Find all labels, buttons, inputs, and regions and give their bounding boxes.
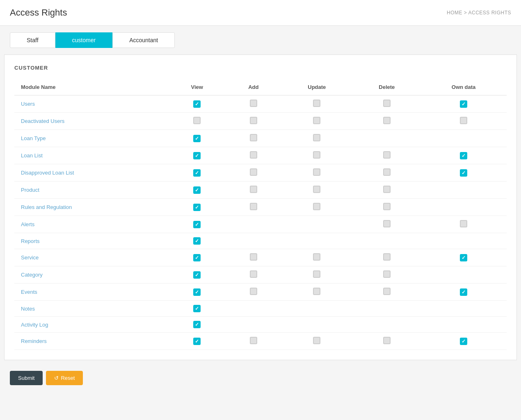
cell-own[interactable]	[420, 216, 507, 233]
cell-delete[interactable]	[353, 130, 420, 147]
cell-update[interactable]	[281, 113, 353, 130]
cell-delete[interactable]	[353, 216, 420, 233]
cell-own[interactable]	[420, 317, 507, 333]
cell-update[interactable]	[281, 164, 353, 182]
cell-delete[interactable]	[353, 284, 420, 301]
checkbox-own[interactable]	[460, 254, 467, 261]
cell-add[interactable]	[226, 199, 281, 216]
cell-update[interactable]	[281, 147, 353, 164]
cell-view[interactable]	[168, 317, 226, 333]
cell-add[interactable]	[226, 333, 281, 350]
cell-update[interactable]	[281, 249, 353, 266]
cell-add[interactable]	[226, 113, 281, 130]
tab-customer[interactable]: customer	[55, 32, 113, 48]
cell-update[interactable]	[281, 199, 353, 216]
checkbox-view[interactable]	[193, 321, 201, 328]
cell-own[interactable]	[420, 164, 507, 182]
checkbox-own[interactable]	[460, 338, 467, 345]
cell-view[interactable]	[168, 233, 226, 249]
cell-view[interactable]	[168, 333, 226, 350]
checkbox-delete[interactable]	[383, 186, 391, 193]
cell-delete[interactable]	[353, 333, 420, 350]
cell-delete[interactable]	[353, 164, 420, 182]
cell-view[interactable]	[168, 147, 226, 164]
checkbox-view[interactable]	[193, 254, 201, 261]
cell-delete[interactable]	[353, 249, 420, 266]
checkbox-add[interactable]	[250, 117, 257, 124]
checkbox-view[interactable]	[193, 221, 201, 228]
cell-update[interactable]	[281, 333, 353, 350]
cell-update[interactable]	[281, 266, 353, 284]
cell-view[interactable]	[168, 95, 226, 113]
cell-delete[interactable]	[353, 233, 420, 249]
cell-own[interactable]	[420, 147, 507, 164]
checkbox-add[interactable]	[250, 100, 257, 107]
cell-update[interactable]	[281, 301, 353, 317]
cell-delete[interactable]	[353, 147, 420, 164]
checkbox-update[interactable]	[313, 337, 320, 344]
cell-view[interactable]	[168, 130, 226, 147]
cell-update[interactable]	[281, 130, 353, 147]
cell-update[interactable]	[281, 95, 353, 113]
checkbox-delete[interactable]	[383, 270, 391, 278]
cell-delete[interactable]	[353, 95, 420, 113]
cell-update[interactable]	[281, 216, 353, 233]
cell-view[interactable]	[168, 182, 226, 199]
cell-add[interactable]	[226, 233, 281, 249]
tab-staff[interactable]: Staff	[10, 32, 55, 48]
checkbox-view[interactable]	[193, 338, 201, 345]
checkbox-update[interactable]	[313, 168, 320, 176]
cell-view[interactable]	[168, 301, 226, 317]
checkbox-view[interactable]	[193, 152, 201, 159]
reset-button[interactable]: ↺ Reset	[46, 371, 83, 385]
cell-add[interactable]	[226, 95, 281, 113]
cell-view[interactable]	[168, 164, 226, 182]
checkbox-view[interactable]	[193, 169, 201, 177]
cell-view[interactable]	[168, 216, 226, 233]
checkbox-update[interactable]	[313, 100, 320, 107]
cell-own[interactable]	[420, 182, 507, 199]
checkbox-delete[interactable]	[383, 220, 391, 227]
checkbox-add[interactable]	[250, 288, 257, 295]
cell-delete[interactable]	[353, 317, 420, 333]
checkbox-own[interactable]	[460, 117, 467, 124]
cell-add[interactable]	[226, 130, 281, 147]
cell-add[interactable]	[226, 249, 281, 266]
checkbox-view[interactable]	[193, 305, 201, 312]
checkbox-view[interactable]	[193, 100, 201, 108]
cell-view[interactable]	[168, 284, 226, 301]
cell-add[interactable]	[226, 216, 281, 233]
cell-view[interactable]	[168, 266, 226, 284]
checkbox-delete[interactable]	[383, 100, 391, 107]
cell-add[interactable]	[226, 317, 281, 333]
cell-update[interactable]	[281, 182, 353, 199]
cell-own[interactable]	[420, 284, 507, 301]
cell-delete[interactable]	[353, 182, 420, 199]
cell-delete[interactable]	[353, 113, 420, 130]
cell-view[interactable]	[168, 249, 226, 266]
checkbox-own[interactable]	[460, 220, 467, 227]
checkbox-add[interactable]	[250, 337, 257, 344]
checkbox-add[interactable]	[250, 203, 257, 210]
checkbox-update[interactable]	[313, 186, 320, 193]
cell-delete[interactable]	[353, 199, 420, 216]
cell-add[interactable]	[226, 164, 281, 182]
cell-own[interactable]	[420, 199, 507, 216]
checkbox-update[interactable]	[313, 203, 320, 210]
checkbox-own[interactable]	[460, 288, 467, 296]
cell-own[interactable]	[420, 333, 507, 350]
checkbox-update[interactable]	[313, 134, 320, 141]
cell-own[interactable]	[420, 249, 507, 266]
checkbox-delete[interactable]	[383, 168, 391, 176]
checkbox-update[interactable]	[313, 270, 320, 278]
tab-accountant[interactable]: Accountant	[112, 32, 175, 48]
checkbox-add[interactable]	[250, 270, 257, 278]
checkbox-view[interactable]	[193, 186, 201, 194]
checkbox-add[interactable]	[250, 168, 257, 176]
checkbox-delete[interactable]	[383, 288, 391, 295]
checkbox-update[interactable]	[313, 288, 320, 295]
checkbox-view[interactable]	[193, 135, 201, 142]
cell-add[interactable]	[226, 266, 281, 284]
checkbox-view[interactable]	[193, 288, 201, 296]
checkbox-own[interactable]	[460, 169, 467, 177]
